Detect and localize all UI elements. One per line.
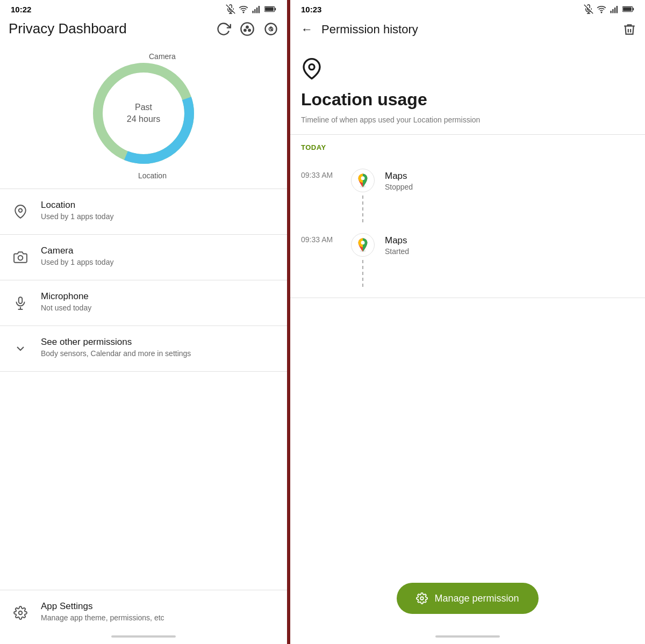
manage-btn-label: Manage permission — [434, 593, 519, 604]
right-wifi-icon — [597, 4, 606, 14]
right-panel: 10:23 ← Permission history Location usag… — [290, 0, 645, 644]
header-icons-group — [216, 21, 278, 37]
timeline-icon-area-0 — [349, 169, 376, 222]
left-status-icons — [226, 4, 276, 14]
svg-point-25 — [19, 611, 23, 615]
today-label: TODAY — [301, 135, 634, 158]
timeline-item-0: 09:33 AM Maps Stopped — [301, 158, 634, 222]
svg-rect-10 — [265, 7, 274, 11]
permission-history-header: ← Permission history — [290, 16, 645, 45]
back-button[interactable]: ← — [299, 20, 315, 39]
timeline-time-0: 09:33 AM — [301, 169, 349, 179]
location-title: Location — [41, 200, 113, 211]
camera-title: Camera — [41, 245, 113, 256]
svg-point-37 — [309, 64, 314, 70]
svg-rect-6 — [256, 8, 257, 13]
delete-history-icon[interactable] — [622, 23, 636, 37]
svg-point-39 — [361, 176, 365, 180]
donut-chart: Past 24 hours Camera Location — [84, 54, 203, 172]
svg-rect-5 — [254, 9, 255, 13]
location-usage-subtitle: Timeline of when apps used your Location… — [301, 115, 634, 126]
microphone-subtitle: Not used today — [41, 303, 91, 312]
left-time: 10:22 — [11, 5, 31, 14]
app-settings-item[interactable]: App Settings Manage app theme, permissio… — [0, 590, 287, 635]
svg-point-11 — [241, 23, 253, 35]
location-usage-section: Location usage Timeline of when apps use… — [290, 45, 645, 134]
svg-point-20 — [19, 209, 23, 213]
right-time: 10:23 — [301, 5, 321, 14]
divider-4 — [0, 371, 287, 372]
left-header: Privacy Dashboard — [0, 16, 287, 44]
timeline-icon-area-1 — [349, 233, 376, 287]
timeline-content-0: Maps Stopped — [385, 169, 413, 191]
svg-rect-7 — [259, 6, 260, 13]
timeline-app-name-0: Maps — [385, 171, 413, 182]
manage-gear-icon — [416, 592, 428, 604]
manage-btn-area: Manage permission — [290, 298, 645, 635]
maps-icon-0 — [351, 169, 375, 192]
location-subtitle: Used by 1 apps today — [41, 212, 113, 221]
chevron-down-icon — [9, 337, 32, 360]
svg-point-41 — [361, 241, 365, 244]
refresh-icon[interactable] — [216, 21, 231, 37]
left-panel: 10:22 Privacy Dashboard — [0, 0, 290, 644]
timeline-status-0: Stopped — [385, 183, 413, 191]
signal-icon — [252, 4, 261, 14]
right-battery-icon — [622, 5, 634, 13]
other-title: See other permissions — [41, 337, 191, 348]
svg-rect-33 — [617, 6, 618, 13]
microphone-icon — [9, 291, 32, 315]
camera-icon — [9, 245, 32, 269]
dashed-line-1 — [362, 260, 363, 287]
location-icon — [9, 200, 32, 223]
svg-rect-36 — [623, 7, 632, 11]
gear-icon — [9, 601, 32, 625]
other-subtitle: Body sensors, Calendar and more in setti… — [41, 349, 191, 358]
timeline-app-name-1: Maps — [385, 235, 409, 246]
chart-label-location: Location — [138, 171, 167, 180]
maps-icon-1 — [351, 233, 375, 257]
svg-point-3 — [243, 12, 244, 13]
permission-item-camera[interactable]: Camera Used by 1 apps today — [0, 235, 287, 280]
timeline-item-1: 09:33 AM Maps Started — [301, 222, 634, 287]
permission-item-location[interactable]: Location Used by 1 apps today — [0, 189, 287, 234]
timeline-section: TODAY 09:33 AM Maps Sto — [290, 134, 645, 298]
right-signal-icon — [610, 4, 619, 14]
timeline-status-1: Started — [385, 247, 409, 256]
location-usage-title: Location usage — [301, 90, 634, 110]
svg-point-14 — [246, 26, 248, 28]
svg-rect-31 — [612, 9, 613, 13]
palette-icon[interactable] — [240, 21, 255, 37]
donut-chart-container: Past 24 hours Camera Location — [0, 44, 287, 189]
permission-list: Location Used by 1 apps today Camera Use… — [0, 189, 287, 590]
svg-rect-30 — [611, 11, 612, 13]
left-scrollbar-hint — [111, 635, 176, 638]
svg-rect-32 — [614, 8, 615, 13]
svg-rect-4 — [253, 11, 254, 13]
svg-point-12 — [244, 29, 246, 31]
dashed-line-0 — [362, 196, 363, 222]
timeline-content-1: Maps Started — [385, 233, 409, 256]
svg-rect-35 — [633, 8, 634, 11]
svg-point-21 — [18, 256, 23, 261]
wifi-icon — [239, 4, 248, 14]
svg-rect-22 — [19, 297, 23, 303]
privacy-dashboard-title: Privacy Dashboard — [9, 20, 127, 37]
settings-badge-icon[interactable] — [263, 21, 278, 37]
chart-label-camera: Camera — [149, 52, 176, 61]
permission-item-microphone[interactable]: Microphone Not used today — [0, 280, 287, 325]
right-mute-icon — [584, 4, 593, 14]
permission-history-title: Permission history — [321, 23, 418, 37]
permission-item-other[interactable]: See other permissions Body sensors, Cale… — [0, 326, 287, 371]
svg-point-13 — [248, 29, 250, 31]
app-settings-title: App Settings — [41, 601, 164, 612]
donut-svg — [84, 54, 203, 172]
left-status-bar: 10:22 — [0, 0, 287, 16]
camera-subtitle: Used by 1 apps today — [41, 258, 113, 266]
svg-rect-9 — [275, 8, 276, 11]
manage-permission-button[interactable]: Manage permission — [397, 583, 538, 614]
location-pin-icon — [301, 58, 634, 84]
svg-point-42 — [421, 597, 424, 600]
battery-icon — [264, 5, 276, 13]
right-status-bar: 10:23 — [290, 0, 645, 16]
